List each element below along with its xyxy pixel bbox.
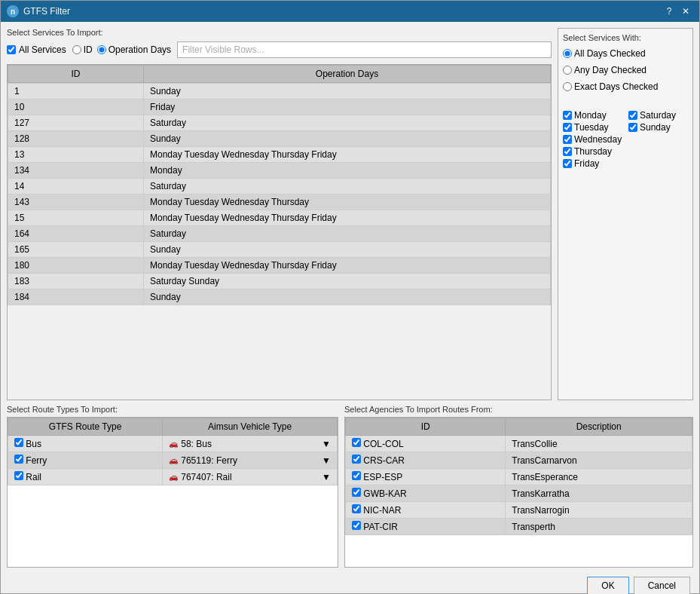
services-panel: Select Services To Import: All Services … [7,28,552,400]
table-cell-op: Saturday [144,179,551,194]
table-row[interactable]: COL-COLTransCollie [346,436,692,452]
agency-checkbox[interactable] [352,504,361,513]
table-cell-op: Saturday [144,226,551,242]
route-cell-aimsun: 🚗 58: Bus ▼ [163,436,338,452]
table-row[interactable]: 127Saturday [8,115,551,131]
route-table: GTFS Route Type Aimsun Vehicle Type Bus🚗… [8,418,338,485]
saturday-check-label[interactable]: Saturday [628,110,688,121]
wednesday-check-label[interactable]: Wednesday [563,134,622,145]
exact-days-radio[interactable] [563,82,572,91]
radio-id[interactable] [72,45,81,54]
agency-cell-desc: Transperth [506,519,692,535]
tuesday-check-label[interactable]: Tuesday [563,122,622,133]
route-checkbox[interactable] [14,471,23,480]
ok-button[interactable]: OK [587,577,628,594]
radio-operation-days[interactable] [97,45,106,54]
agency-checkbox[interactable] [352,471,361,480]
saturday-checkbox[interactable] [628,111,637,120]
thursday-check-label[interactable]: Thursday [563,146,622,157]
any-day-radio[interactable] [563,66,572,75]
monday-checkbox[interactable] [563,111,572,120]
table-cell-id: 14 [8,179,144,194]
table-row[interactable]: CRS-CARTransCarnarvon [346,452,692,469]
agency-cell-desc: TransCollie [506,436,692,452]
gtfs-filter-window: n GTFS Filter ? ✕ Select Services To Imp… [0,0,700,594]
route-section-label: Select Route Types To Import: [7,405,338,414]
radio-op-label[interactable]: Operation Days [97,44,171,55]
table-row[interactable]: Bus🚗 58: Bus ▼ [8,436,338,452]
agency-checkbox[interactable] [352,455,361,464]
table-row[interactable]: PAT-CIRTransperth [346,519,692,535]
table-row[interactable]: 143Monday Tuesday Wednesday Thursday [8,194,551,210]
table-row[interactable]: GWB-KARTransKarratha [346,485,692,502]
bottom-section: Select Route Types To Import: GTFS Route… [7,405,693,568]
table-row[interactable]: NIC-NARTransNarrogin [346,502,692,519]
table-cell-id: 183 [8,274,144,289]
exact-days-radio-label[interactable]: Exact Days Checked [563,81,688,92]
agency-cell-desc: TransKarratha [506,485,692,502]
services-table: ID Operation Days [8,65,551,83]
all-services-checkbox-label[interactable]: All Services [7,44,66,55]
thursday-checkbox[interactable] [563,147,572,156]
agency-cell-desc: TransCarnarvon [506,452,692,469]
table-cell-id: 134 [8,163,144,179]
all-days-radio-label[interactable]: All Days Checked [563,48,688,59]
services-data-table: 1Sunday10Friday127Saturday128Sunday13Mon… [8,83,551,305]
table-cell-id: 1 [8,84,144,100]
table-cell-op: Monday [144,163,551,179]
route-col-aimsun: Aimsun Vehicle Type [163,418,338,436]
sunday-check-label[interactable]: Sunday [628,122,688,133]
route-col-gtfs: GTFS Route Type [8,418,163,436]
all-days-radio[interactable] [563,49,572,58]
friday-check-label[interactable]: Friday [563,158,622,169]
table-row[interactable]: 13Monday Tuesday Wednesday Thursday Frid… [8,147,551,163]
table-cell-id: 127 [8,115,144,131]
table-row[interactable]: 165Sunday [8,242,551,258]
agency-checkbox[interactable] [352,521,361,530]
friday-checkbox[interactable] [563,159,572,168]
route-checkbox[interactable] [14,455,23,464]
agency-checkbox[interactable] [352,438,361,447]
help-button[interactable]: ? [662,4,677,19]
table-row[interactable]: 180Monday Tuesday Wednesday Thursday Fri… [8,258,551,274]
route-checkbox[interactable] [14,438,23,447]
tuesday-checkbox[interactable] [563,123,572,132]
close-button[interactable]: ✕ [678,4,693,19]
agency-table-container[interactable]: ID Description COL-COLTransCollie CRS-CA… [344,417,693,568]
titlebar: n GTFS Filter ? ✕ [1,1,699,22]
route-table-container[interactable]: GTFS Route Type Aimsun Vehicle Type Bus🚗… [7,417,338,568]
radio-id-label[interactable]: ID [72,44,93,55]
table-row[interactable]: 14Saturday [8,179,551,194]
table-row[interactable]: Ferry🚗 765119: Ferry ▼ [8,452,338,469]
filter-input[interactable] [177,41,552,58]
table-row[interactable]: 184Sunday [8,289,551,305]
all-services-checkbox[interactable] [7,45,16,54]
table-row[interactable]: 183Saturday Sunday [8,274,551,289]
services-table-scroll[interactable]: 1Sunday10Friday127Saturday128Sunday13Mon… [8,83,551,400]
table-row[interactable]: 10Friday [8,100,551,115]
cancel-button[interactable]: Cancel [634,577,690,594]
table-row[interactable]: 1Sunday [8,84,551,100]
agency-checkbox[interactable] [352,488,361,497]
table-cell-op: Sunday [144,84,551,100]
table-row[interactable]: ESP-ESPTransEsperance [346,469,692,485]
table-cell-op: Friday [144,100,551,115]
any-day-radio-label[interactable]: Any Day Checked [563,65,688,75]
all-services-label: All Services [19,44,66,55]
wednesday-checkbox[interactable] [563,135,572,144]
table-cell-id: 128 [8,131,144,147]
table-row[interactable]: Rail🚗 767407: Rail ▼ [8,469,338,485]
table-row[interactable]: 134Monday [8,163,551,179]
agency-cell-id: CRS-CAR [346,452,506,469]
services-row: All Services ID Operation Days [7,41,552,58]
route-cell-gtfs: Rail [8,469,163,485]
table-row[interactable]: 128Sunday [8,131,551,147]
table-row[interactable]: 15Monday Tuesday Wednesday Thursday Frid… [8,210,551,226]
select-services-with-title: Select Services With: [563,33,688,42]
agency-cell-id: PAT-CIR [346,519,506,535]
monday-check-label[interactable]: Monday [563,110,622,121]
table-row[interactable]: 164Saturday [8,226,551,242]
agency-cell-id: GWB-KAR [346,485,506,502]
sunday-checkbox[interactable] [628,123,637,132]
agency-cell-id: NIC-NAR [346,502,506,519]
